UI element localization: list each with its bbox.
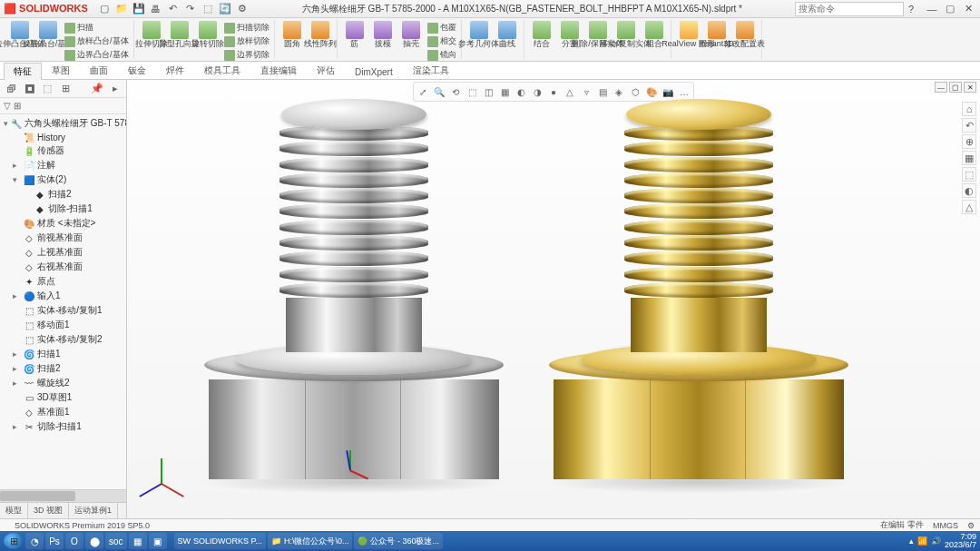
maximize-button[interactable]: ▢ [942,3,958,15]
tree-node[interactable]: 📜History [0,131,126,143]
ribbon-small-button[interactable]: 边界凸台/基体 [63,48,131,62]
ribbon-button[interactable]: 拔模 [369,21,397,62]
vp-tool-11[interactable]: ▤ [595,84,610,99]
panel-tab-0[interactable]: 🗊 [4,82,18,96]
ribbon-button[interactable]: 结合 [528,21,555,48]
cmdtab-直接编辑[interactable]: 直接编辑 [250,62,307,79]
vp-tool-12[interactable]: ◈ [612,84,626,99]
tree-node[interactable]: 🔋传感器 [0,143,126,158]
vp-min-icon[interactable]: — [935,82,947,93]
ribbon-small-button[interactable]: 扫描切除 [222,21,271,34]
tree-node[interactable]: ◆扫描2 [0,187,126,202]
bottom-tab[interactable]: 3D 视图 [28,503,69,518]
tree-node[interactable]: ▸✂切除-扫描1 [0,419,126,434]
ribbon-button[interactable]: 参考几何体 [466,21,493,48]
qat-6[interactable]: ⬚ [201,2,215,16]
vp-tool-0[interactable]: ⤢ [416,84,430,99]
ribbon-small-button[interactable]: 放样凸台/基体 [63,34,131,48]
panel-pin-icon[interactable]: 📌 [90,82,104,96]
cmdtab-曲面[interactable]: 曲面 [80,62,118,79]
vp-tool-16[interactable]: … [677,84,691,99]
tree-node[interactable]: ⬚实体-移动/复制1 [0,303,126,318]
tree-node[interactable]: ⬚移动面1 [0,318,126,332]
vp-tool-9[interactable]: △ [563,84,577,99]
taskbar-app-0[interactable]: SWSOLIDWORKS P... [174,533,266,549]
tray-volume-icon[interactable]: 🔊 [931,536,941,546]
panel-scrollbar[interactable] [0,489,126,502]
cmdtab-草图[interactable]: 草图 [42,62,80,79]
ribbon-button[interactable]: 移动/复制实体 [612,21,640,48]
close-button[interactable]: ✕ [960,3,976,15]
ribbon-small-button[interactable]: 相交 [426,34,458,48]
bottom-tab[interactable]: 模型 [0,503,28,518]
taskbar-pinned-6[interactable]: ▣ [149,533,167,549]
ribbon-button[interactable]: 曲线 [494,21,521,48]
tree-node[interactable]: ▾🟦实体(2) [0,172,126,187]
ribbon-button[interactable]: 修改配置表 [731,21,759,48]
ribbon-button[interactable]: 筋 [341,21,368,62]
tree-node[interactable]: 🎨材质 <未指定> [0,216,126,231]
tree-node[interactable]: ◇上视基准面 [0,245,126,260]
vp-tool-3[interactable]: ⬚ [465,84,479,99]
taskpane-tab-6[interactable]: △ [962,200,976,214]
qat-3[interactable]: 🖶 [149,2,163,16]
start-button[interactable]: ⊞ [4,533,24,549]
tree-node[interactable]: ✦原点 [0,274,126,289]
vp-tool-4[interactable]: ◫ [481,84,495,99]
tree-node[interactable]: ▸📄注解 [0,158,126,172]
vp-tool-13[interactable]: ⬡ [628,84,642,99]
ribbon-small-button[interactable]: 扫描 [63,21,131,34]
qat-0[interactable]: ▢ [97,2,112,16]
tree-node[interactable]: ▸〰螺旋线2 [0,376,126,390]
status-units[interactable]: MMGS [933,521,958,530]
taskpane-tab-3[interactable]: ▦ [962,151,976,165]
taskbar-clock[interactable]: 7:092023/6/7 [945,533,976,549]
vp-tool-7[interactable]: ◑ [530,84,544,99]
ribbon-button[interactable]: 抽壳 [397,21,425,62]
cmdtab-DimXpert[interactable]: DimXpert [345,64,403,79]
ribbon-small-button[interactable]: 镜向 [426,48,458,62]
graphics-viewport[interactable]: ⤢🔍⟲⬚◫▦◐◑●△▿▤◈⬡🎨📷… — ▢ ✕ ⌂↶⊕▦⬚◐△ [127,80,980,518]
panel-expand-icon[interactable]: ▸ [108,82,122,96]
vp-tool-10[interactable]: ▿ [579,84,593,99]
status-settings-icon[interactable]: ⚙ [967,521,975,530]
vp-tool-8[interactable]: ● [546,84,561,99]
cmdtab-渲染工具[interactable]: 渲染工具 [403,62,459,79]
ribbon-button[interactable]: RealView 图形 [675,21,702,48]
bottom-tab[interactable]: 运动算例1 [69,503,118,518]
taskpane-tab-4[interactable]: ⬚ [962,167,976,182]
taskpane-tab-0[interactable]: ⌂ [962,102,976,116]
tree-node[interactable]: ▸🌀扫描1 [0,347,126,361]
tree-node[interactable]: ▭3D草图1 [0,390,126,405]
ribbon-button[interactable]: 旋转凸台/基体 [34,21,62,62]
cmdtab-焊件[interactable]: 焊件 [156,62,194,79]
help-icon[interactable]: ? [904,2,918,16]
vp-tool-15[interactable]: 📷 [661,84,675,99]
taskbar-pinned-5[interactable]: ▦ [129,533,147,549]
minimize-button[interactable]: — [924,3,940,15]
taskbar-app-2[interactable]: 🟢公众号 - 360极速... [354,533,443,549]
qat-5[interactable]: ↷ [183,2,198,16]
vp-tool-5[interactable]: ▦ [497,84,512,99]
panel-tab-2[interactable]: ⬚ [40,82,54,96]
tree-node[interactable]: ◆切除-扫描1 [0,202,126,216]
taskbar-pinned-2[interactable]: O [65,533,83,549]
vp-tool-2[interactable]: ⟲ [448,84,463,99]
taskbar-pinned-0[interactable]: ◔ [25,533,44,549]
ribbon-small-button[interactable]: 放样切除 [222,34,271,48]
qat-7[interactable]: 🔄 [218,2,232,16]
vp-tool-14[interactable]: 🎨 [644,84,659,99]
tree-display-icon[interactable]: ⊞ [14,101,21,111]
tree-node[interactable]: ◇基准面1 [0,405,126,419]
tree-node[interactable]: ◇右视基准面 [0,260,126,274]
tray-arrow-icon[interactable]: ▴ [909,536,914,546]
taskbar-pinned-1[interactable]: Ps [45,533,64,549]
panel-tab-1[interactable]: 🞑 [22,82,36,96]
taskpane-tab-5[interactable]: ◐ [962,183,976,198]
view-orientation-triad[interactable] [138,446,183,491]
cmdtab-评估[interactable]: 评估 [307,62,345,79]
cmdtab-钣金[interactable]: 钣金 [118,62,156,79]
tree-node[interactable]: ▸🌀扫描2 [0,361,126,376]
taskpane-tab-1[interactable]: ↶ [962,118,976,133]
panel-tab-3[interactable]: ⊞ [58,82,73,96]
